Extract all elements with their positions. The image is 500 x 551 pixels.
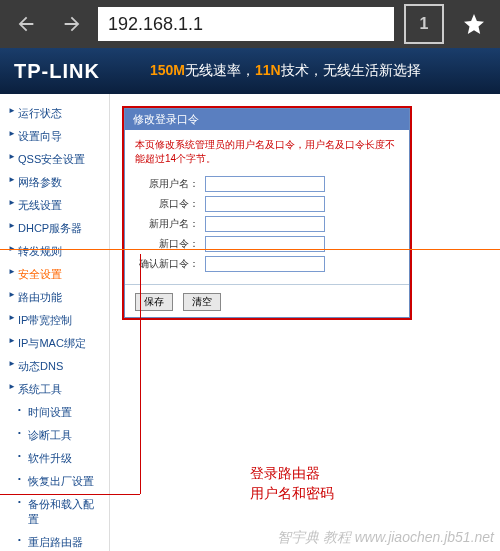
clear-button[interactable]: 清空 (183, 293, 221, 311)
annotation-line2: 用户名和密码 (250, 484, 334, 504)
router-banner: TP-LINK 150M无线速率，11N技术，无线生活新选择 (0, 48, 500, 94)
sidebar-item[interactable]: QSS安全设置 (0, 148, 109, 171)
watermark: 智宇典 教程 www.jiaochen.jb51.net (277, 529, 494, 547)
back-button[interactable] (6, 4, 46, 44)
sidebar-item-systools[interactable]: 系统工具 (0, 378, 109, 401)
sidebar-item[interactable]: DHCP服务器 (0, 217, 109, 240)
arrow-left-icon (15, 13, 37, 35)
input-confirm[interactable] (205, 256, 325, 272)
label-old-user: 原用户名： (135, 177, 199, 191)
save-button[interactable]: 保存 (135, 293, 173, 311)
arrow-right-icon (61, 13, 83, 35)
tabs-button[interactable]: 1 (404, 4, 444, 44)
sidebar-subitem[interactable]: 软件升级 (0, 447, 109, 470)
sidebar-item[interactable]: 无线设置 (0, 194, 109, 217)
panel-hint: 本页修改系统管理员的用户名及口令，用户名及口令长度不能超过14个字节。 (135, 138, 399, 166)
sidebar-subitem[interactable]: 重启路由器 (0, 531, 109, 551)
star-icon (462, 12, 486, 36)
banner-slogan: 150M无线速率，11N技术，无线生活新选择 (150, 62, 421, 80)
sidebar-item[interactable]: IP带宽控制 (0, 309, 109, 332)
sidebar-item[interactable]: 路由功能 (0, 286, 109, 309)
annotation-line1: 登录路由器 (250, 464, 334, 484)
sidebar-item[interactable]: 设置向导 (0, 125, 109, 148)
annotation-text: 登录路由器 用户名和密码 (250, 464, 334, 503)
browser-bar: 192.168.1.1 1 (0, 0, 500, 48)
label-old-pass: 原口令： (135, 197, 199, 211)
change-password-panel-highlight: 修改登录口令 本页修改系统管理员的用户名及口令，用户名及口令长度不能超过14个字… (122, 106, 412, 320)
sidebar-item-security[interactable]: 安全设置 (0, 263, 109, 286)
panel-title: 修改登录口令 (125, 109, 409, 130)
forward-button[interactable] (52, 4, 92, 44)
bookmark-button[interactable] (454, 4, 494, 44)
input-new-pass[interactable] (205, 236, 325, 252)
input-new-user[interactable] (205, 216, 325, 232)
brand-logo: TP-LINK (14, 60, 100, 83)
sidebar-subitem[interactable]: 备份和载入配置 (0, 493, 109, 531)
sidebar-subitem[interactable]: 恢复出厂设置 (0, 470, 109, 493)
sidebar-item[interactable]: 运行状态 (0, 102, 109, 125)
sidebar: 运行状态 设置向导 QSS安全设置 网络参数 无线设置 DHCP服务器 转发规则… (0, 94, 110, 551)
main-content: 修改登录口令 本页修改系统管理员的用户名及口令，用户名及口令长度不能超过14个字… (110, 94, 500, 551)
sidebar-item[interactable]: 网络参数 (0, 171, 109, 194)
label-new-pass: 新口令： (135, 237, 199, 251)
sidebar-item[interactable]: 转发规则 (0, 240, 109, 263)
input-old-pass[interactable] (205, 196, 325, 212)
label-confirm: 确认新口令： (135, 257, 199, 271)
sidebar-item[interactable]: 动态DNS (0, 355, 109, 378)
sidebar-item[interactable]: IP与MAC绑定 (0, 332, 109, 355)
sidebar-subitem[interactable]: 时间设置 (0, 401, 109, 424)
sidebar-subitem[interactable]: 诊断工具 (0, 424, 109, 447)
url-bar[interactable]: 192.168.1.1 (98, 7, 394, 41)
label-new-user: 新用户名： (135, 217, 199, 231)
input-old-user[interactable] (205, 176, 325, 192)
